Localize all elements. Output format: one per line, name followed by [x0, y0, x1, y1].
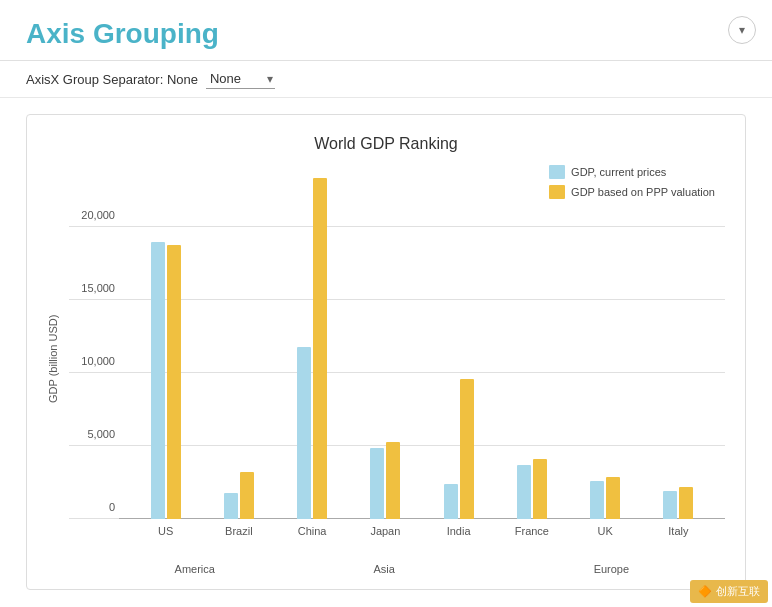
bar-group: [349, 169, 422, 519]
x-axis-label: France: [515, 521, 549, 549]
bar-group: [495, 169, 568, 519]
chevron-down-icon: ▾: [739, 23, 745, 37]
x-axis-label: China: [298, 521, 327, 549]
gdp-current-bar: [663, 491, 677, 519]
gdp-current-bar: [444, 484, 458, 519]
gdp-current-bar: [590, 481, 604, 519]
grid-and-bars: 05,00010,00015,00020,000USBrazilChinaJap…: [69, 169, 725, 549]
y-axis-label: GDP (billion USD): [47, 169, 65, 549]
legend-item: GDP, current prices: [549, 165, 715, 179]
bar-group: [276, 169, 349, 519]
legend: GDP, current pricesGDP based on PPP valu…: [549, 165, 715, 199]
group-labels: AmericaAsiaEurope: [119, 563, 725, 575]
page-title: Axis Grouping: [26, 18, 746, 50]
watermark: 🔶 创新互联: [690, 580, 768, 603]
legend-label: GDP, current prices: [571, 166, 666, 178]
gdp-ppp-bar: [679, 487, 693, 519]
watermark-text: 创新互联: [716, 584, 760, 599]
gdp-current-bar: [151, 242, 165, 519]
axis-separator-label: AxisX Group Separator: None: [26, 72, 198, 87]
bars-area: [119, 169, 725, 519]
bar-group: [569, 169, 642, 519]
group-label: America: [119, 563, 271, 575]
chart-container: World GDP Ranking GDP (billion USD) 05,0…: [26, 114, 746, 590]
toolbar: AxisX Group Separator: None None Line Da…: [0, 61, 772, 98]
bar-group: [129, 169, 202, 519]
x-axis-label: Brazil: [225, 521, 253, 549]
legend-swatch: [549, 185, 565, 199]
gdp-ppp-bar: [460, 379, 474, 519]
bar-group: [422, 169, 495, 519]
gdp-current-bar: [224, 493, 238, 519]
gdp-current-bar: [297, 347, 311, 519]
gdp-ppp-bar: [313, 178, 327, 519]
legend-label: GDP based on PPP valuation: [571, 186, 715, 198]
gdp-ppp-bar: [386, 442, 400, 519]
gdp-ppp-bar: [240, 472, 254, 519]
x-axis-label: UK: [597, 521, 612, 549]
gdp-ppp-bar: [533, 459, 547, 519]
gdp-current-bar: [517, 465, 531, 519]
gdp-current-bar: [370, 448, 384, 519]
x-axis-label: US: [158, 521, 173, 549]
x-axis-label: India: [447, 521, 471, 549]
chart-area: GDP (billion USD) 05,00010,00015,00020,0…: [47, 169, 725, 549]
watermark-icon: 🔶: [698, 585, 712, 598]
bar-group: [202, 169, 275, 519]
x-axis-label: Italy: [668, 521, 688, 549]
group-label: Europe: [498, 563, 725, 575]
group-label: Asia: [271, 563, 498, 575]
gdp-ppp-bar: [167, 245, 181, 519]
chart-title: World GDP Ranking: [47, 135, 725, 153]
legend-swatch: [549, 165, 565, 179]
collapse-button[interactable]: ▾: [728, 16, 756, 44]
bar-group: [642, 169, 715, 519]
page-header: Axis Grouping ▾: [0, 0, 772, 61]
separator-select-container: None Line Dashed ▾: [206, 69, 275, 89]
x-axis-label: Japan: [370, 521, 400, 549]
gdp-ppp-bar: [606, 477, 620, 519]
chart-inner: 05,00010,00015,00020,000USBrazilChinaJap…: [69, 169, 725, 549]
separator-select[interactable]: None Line Dashed: [206, 69, 275, 89]
legend-item: GDP based on PPP valuation: [549, 185, 715, 199]
